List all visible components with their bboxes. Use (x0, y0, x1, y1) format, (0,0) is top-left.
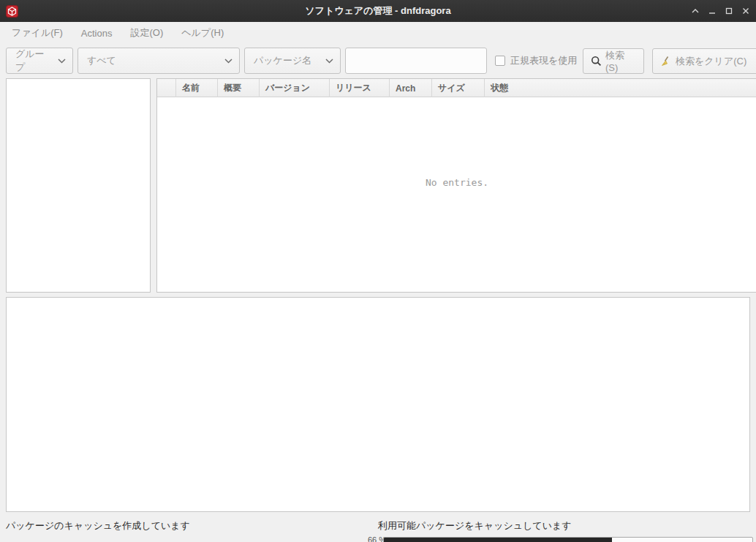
app-window: ソフトウェアの管理 - dnfdragora ファイル(F) (0, 0, 756, 542)
progress-bar (383, 537, 753, 542)
search-type-combo[interactable]: パッケージ名 (244, 48, 341, 74)
search-button-label: 検索(S) (605, 49, 635, 73)
regex-checkbox-label: 正規表現を使用 (510, 54, 577, 67)
group-combo-value: グループ (15, 48, 53, 74)
dnfdragora-logo-icon (6, 5, 18, 18)
menu-settings[interactable]: 設定(O) (130, 26, 163, 39)
shade-window-icon[interactable] (689, 5, 701, 17)
group-tree-panel[interactable] (6, 78, 151, 293)
column-header-status[interactable]: 状態 (485, 79, 756, 97)
column-header-version[interactable]: バージョン (260, 79, 330, 97)
column-header-release[interactable]: リリース (330, 79, 390, 97)
package-table[interactable]: 名前 概要 バージョン リリース Arch サイズ 状態 No entries. (156, 78, 756, 293)
clear-search-button[interactable]: 検索をクリア(C) (652, 48, 756, 74)
column-header-arch[interactable]: Arch (390, 79, 432, 97)
column-header-summary[interactable]: 概要 (218, 79, 260, 97)
close-window-icon[interactable] (740, 5, 752, 17)
empty-table-message: No entries. (157, 177, 756, 188)
search-button[interactable]: 検索(S) (583, 48, 644, 74)
table-header: 名前 概要 バージョン リリース Arch サイズ 状態 (157, 79, 756, 97)
search-type-combo-value: パッケージ名 (254, 54, 311, 67)
column-header-name[interactable]: 名前 (176, 79, 218, 97)
maximize-window-icon[interactable] (723, 5, 735, 17)
filter-combo[interactable]: すべて (78, 48, 240, 74)
status-message-left: パッケージのキャッシュを作成しています (6, 519, 190, 532)
menu-file[interactable]: ファイル(F) (12, 26, 63, 39)
minimize-window-icon[interactable] (706, 5, 718, 17)
package-info-panel (6, 297, 750, 512)
menu-help[interactable]: ヘルプ(H) (181, 26, 224, 39)
menubar: ファイル(F) Actions 設定(O) ヘルプ(H) (0, 22, 756, 44)
search-input[interactable] (345, 48, 487, 74)
clear-search-button-label: 検索をクリア(C) (676, 55, 746, 68)
titlebar[interactable]: ソフトウェアの管理 - dnfdragora (0, 0, 756, 22)
chevron-down-icon (224, 59, 233, 64)
status-message-right: 利用可能パッケージをキャッシュしています (378, 519, 572, 532)
search-icon (591, 56, 602, 67)
group-combo[interactable]: グループ (6, 48, 73, 74)
chevron-down-icon (58, 59, 66, 64)
window-title: ソフトウェアの管理 - dnfdragora (0, 0, 756, 22)
chevron-down-icon (325, 59, 333, 64)
column-header-size[interactable]: サイズ (432, 79, 485, 97)
menu-actions[interactable]: Actions (81, 28, 113, 39)
filter-combo-value: すべて (87, 54, 116, 67)
column-header-select[interactable] (157, 79, 176, 97)
progress-bar-fill (384, 538, 612, 542)
checkbox-icon[interactable] (495, 56, 505, 66)
regex-checkbox[interactable]: 正規表現を使用 (495, 50, 577, 71)
broom-icon (660, 56, 672, 67)
